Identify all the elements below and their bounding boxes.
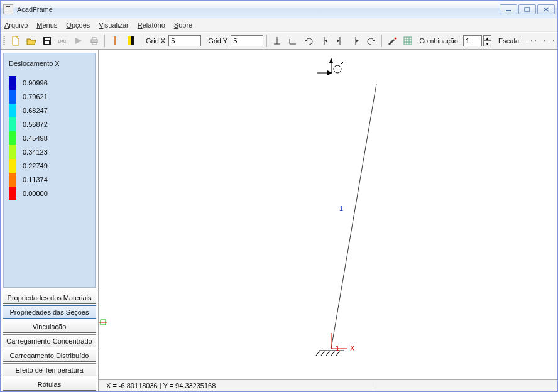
new-file-button[interactable] xyxy=(9,34,23,48)
fixed-support xyxy=(316,351,344,356)
legend-value: 0.22749 xyxy=(23,162,48,170)
svg-point-39 xyxy=(334,65,341,73)
dxf-icon: DXF xyxy=(58,38,68,44)
view-button-a[interactable] xyxy=(108,34,122,48)
combo-spin-down[interactable]: ▼ xyxy=(483,41,491,46)
combo-spin-up[interactable]: ▲ xyxy=(483,35,491,41)
print-icon xyxy=(90,36,99,45)
maximize-icon xyxy=(524,7,530,12)
open-folder-icon xyxy=(26,36,36,45)
legend-row: 0.22749 xyxy=(9,159,90,173)
svg-marker-20 xyxy=(305,40,307,41)
drawing-canvas[interactable]: 1 1 X xyxy=(99,50,557,379)
menu-menus[interactable]: Menus xyxy=(36,21,57,29)
side-btn-secoes[interactable]: Propriedades das Seções xyxy=(3,305,96,318)
snap-perp-icon xyxy=(273,36,282,45)
legend-value: 0.90996 xyxy=(23,79,48,87)
legend-swatch xyxy=(9,90,16,104)
toolbar-sep-3 xyxy=(266,35,267,47)
mirror-h-button[interactable] xyxy=(317,34,331,48)
maximize-button[interactable] xyxy=(518,4,536,14)
minimize-button[interactable] xyxy=(500,4,517,14)
legend-row: 0.11374 xyxy=(9,173,90,187)
mirror-v-button[interactable] xyxy=(333,34,347,48)
side-btn-rotulas[interactable]: Rótulas xyxy=(3,378,96,391)
close-button[interactable] xyxy=(537,4,555,14)
side-btn-vinculacao[interactable]: Vinculação xyxy=(3,320,96,333)
legend-swatch xyxy=(9,173,16,187)
gridy-label: Grid Y xyxy=(208,37,227,45)
gridx-input[interactable] xyxy=(168,35,201,46)
undo-button[interactable] xyxy=(364,34,378,48)
toolbar: DXF Grid X Grid Y Combinação: xyxy=(1,32,557,50)
side-btn-materiais[interactable]: Propriedades dos Materiais xyxy=(3,291,96,304)
structure-svg: 1 1 X xyxy=(99,50,557,377)
legend-row: 0.34123 xyxy=(9,145,90,159)
legend-swatch xyxy=(9,187,16,200)
legend-row: 0.68247 xyxy=(9,104,90,117)
rotate-button[interactable] xyxy=(302,34,315,48)
menu-visualizar[interactable]: Visualizar xyxy=(99,21,129,29)
legend-swatch xyxy=(9,131,16,145)
gridy-input[interactable] xyxy=(231,35,263,46)
svg-rect-8 xyxy=(45,41,49,44)
menu-opcoes[interactable]: Opções xyxy=(66,21,90,29)
svg-rect-13 xyxy=(114,36,116,45)
legend-swatch xyxy=(9,117,16,131)
save-button[interactable] xyxy=(40,34,54,48)
svg-line-45 xyxy=(331,351,335,356)
combo-input[interactable] xyxy=(463,35,482,46)
menu-relatorio[interactable]: Relatório xyxy=(138,21,165,29)
legend-swatch xyxy=(9,76,16,90)
minimize-icon xyxy=(505,7,512,12)
legend-swatch xyxy=(9,104,16,117)
side-btn-carga-concentrada[interactable]: Carregamento Concentrado xyxy=(3,334,96,347)
svg-line-40 xyxy=(340,62,344,65)
svg-rect-11 xyxy=(92,38,96,40)
node-label-bottom: 1 xyxy=(336,344,339,352)
axis-x-label: X xyxy=(350,344,355,352)
open-file-button[interactable] xyxy=(25,34,38,48)
legend-row: 0.79621 xyxy=(9,90,90,104)
pen-button[interactable] xyxy=(385,34,399,48)
menu-arquivo[interactable]: Arquivo xyxy=(4,21,28,29)
run-icon xyxy=(74,36,83,45)
pen-icon xyxy=(387,36,397,45)
legend-row: 0.45498 xyxy=(9,131,90,145)
canvas-wrap: 1 1 X X = -6.80118036 | Y = 94.33235168 xyxy=(99,50,557,391)
undo-icon xyxy=(367,36,376,45)
snap-perp-button[interactable] xyxy=(270,34,284,48)
menu-sobre[interactable]: Sobre xyxy=(174,21,192,29)
view-highlight-icon xyxy=(126,36,135,46)
combo-spinner: ▲ ▼ xyxy=(483,35,491,46)
dxf-button[interactable]: DXF xyxy=(56,34,70,48)
legend-value: 0.00000 xyxy=(23,190,48,197)
print-button[interactable] xyxy=(87,34,101,48)
side-btn-carga-distribuida[interactable]: Carregamento Distribuído xyxy=(3,349,96,362)
escala-slider[interactable] xyxy=(527,40,555,42)
snap-end-button[interactable] xyxy=(286,34,300,48)
toolbar-sep-2 xyxy=(141,35,141,47)
svg-rect-30 xyxy=(404,37,412,45)
svg-marker-28 xyxy=(388,39,395,45)
legend-row: 0.90996 xyxy=(9,76,90,90)
svg-rect-15 xyxy=(131,36,134,45)
view-button-b[interactable] xyxy=(124,34,138,48)
grid-toggle-button[interactable] xyxy=(401,34,415,48)
toolbar-sep-1 xyxy=(104,35,105,47)
toolbar-sep-4 xyxy=(381,35,382,47)
svg-marker-5 xyxy=(27,39,36,45)
close-icon xyxy=(543,7,549,12)
window-buttons xyxy=(500,4,555,14)
status-spacer xyxy=(373,382,379,389)
side-btn-temperatura[interactable]: Efeito de Temperatura xyxy=(3,363,96,376)
arrow-right-button[interactable] xyxy=(349,34,363,48)
main-area: Deslocamento X 0.909960.796210.682470.56… xyxy=(1,50,557,391)
legend-value: 0.68247 xyxy=(23,107,48,114)
section-marker-icon xyxy=(99,318,107,327)
svg-rect-10 xyxy=(91,40,97,43)
run-button[interactable] xyxy=(72,34,85,48)
window-title: AcadFrame xyxy=(17,6,500,13)
legend-title: Deslocamento X xyxy=(9,60,90,67)
legend-swatch xyxy=(9,145,16,159)
